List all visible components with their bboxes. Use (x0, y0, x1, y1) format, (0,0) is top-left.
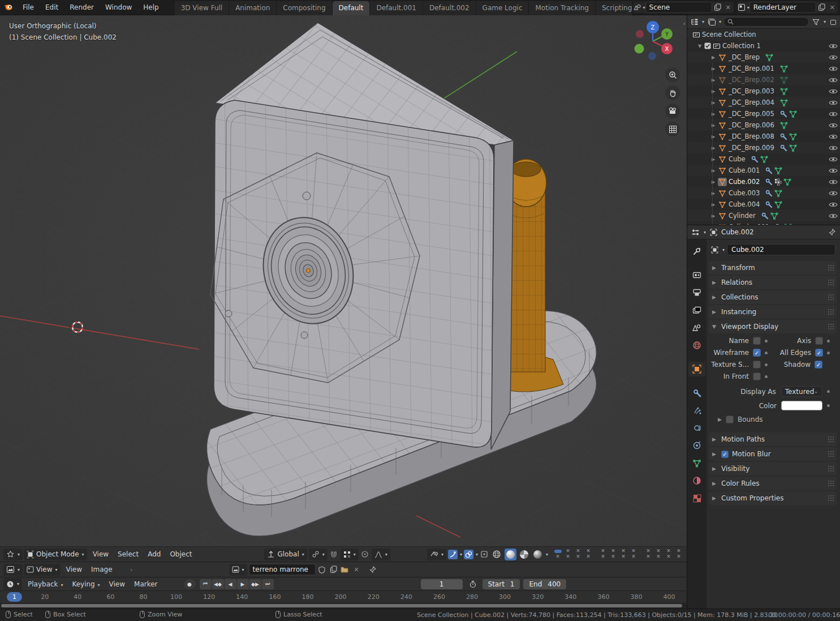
panel-instancing[interactable]: ▶Instancing (709, 305, 837, 319)
menu-file[interactable]: File (17, 2, 40, 13)
in-front-checkbox[interactable] (753, 372, 761, 380)
workspace-tab-motion-tracking[interactable]: Motion Tracking (529, 1, 595, 15)
hide-viewport-eye-icon[interactable] (829, 202, 838, 208)
tab-render[interactable] (688, 268, 705, 282)
hide-viewport-eye-icon[interactable] (829, 100, 838, 106)
shadow-checkbox[interactable] (815, 361, 822, 369)
hide-viewport-eye-icon[interactable] (829, 145, 838, 151)
timeline-menu-view[interactable]: View (105, 579, 130, 590)
tab-object[interactable] (688, 362, 705, 376)
tab-view-layer[interactable] (688, 303, 705, 318)
outliner-row-cube-002[interactable]: ▶Cube.002 (687, 176, 840, 187)
jump-to-start-button[interactable]: ⏮ (200, 579, 212, 589)
menu-edit[interactable]: Edit (40, 2, 64, 13)
outliner-row--dc-brep-003[interactable]: ▶_DC_Brep.003 (687, 85, 840, 97)
camera-view-button[interactable] (665, 104, 680, 118)
object-icon[interactable] (710, 245, 720, 255)
collection-toggle-10[interactable]: ✕✕ (654, 549, 663, 560)
sidebar-collapse-icon[interactable]: ‹ (683, 20, 686, 27)
drag-handle-icon[interactable] (828, 451, 834, 457)
object-color-swatch[interactable] (781, 401, 822, 410)
outliner-search-input[interactable] (723, 17, 809, 27)
scene-selector[interactable]: ▾ Scene ✕ (633, 2, 734, 13)
disclosure-icon[interactable]: ▶ (710, 123, 716, 128)
new-collection-icon[interactable] (828, 17, 838, 27)
panel-transform[interactable]: ▶Transform (709, 261, 837, 275)
hide-viewport-eye-icon[interactable] (829, 77, 838, 83)
drag-handle-icon[interactable] (828, 495, 834, 502)
unlink-scene-icon[interactable]: ✕ (723, 4, 734, 11)
collection-toggle-5[interactable]: ✕✕ (598, 549, 608, 560)
texture-space-checkbox[interactable] (753, 361, 761, 369)
new-scene-icon[interactable] (712, 3, 723, 11)
bounds-checkbox[interactable] (726, 416, 734, 423)
editor-type-button[interactable]: ▾ (3, 549, 23, 560)
panel-color-rules[interactable]: ▶Color Rules (709, 477, 837, 490)
viewport-menu-object[interactable]: Object (165, 549, 196, 560)
outliner-row-cube[interactable]: ▶Cube (687, 153, 840, 165)
outliner-row--dc-brep-005[interactable]: ▶_DC_Brep.005 (687, 108, 840, 119)
drag-handle-icon[interactable] (828, 323, 834, 330)
image-menu-view[interactable]: View (62, 564, 87, 575)
timeline-editor-type-button[interactable]: ▾ (3, 578, 22, 590)
current-frame-field[interactable]: 1 (421, 579, 463, 589)
timeline-menu-keying[interactable]: Keying ▾ (67, 579, 104, 590)
outliner-row-cube-004[interactable]: ▶Cube.004 (687, 199, 840, 210)
shading-solid-button[interactable] (505, 549, 516, 560)
hide-viewport-eye-icon[interactable] (829, 122, 838, 129)
outliner-row--dc-brep[interactable]: ▶_DC_Brep (687, 52, 840, 63)
toggle-ortho-button[interactable] (665, 122, 680, 136)
fake-user-shield-icon[interactable] (317, 565, 327, 575)
workspace-tab-game-logic[interactable]: Game Logic (476, 1, 529, 15)
drag-handle-icon[interactable] (828, 294, 834, 301)
image-browse-button[interactable]: ▾ (229, 564, 247, 576)
disclosure-icon[interactable]: ▶ (710, 157, 716, 162)
image-menu-image[interactable]: Image (87, 564, 117, 575)
hide-viewport-eye-icon[interactable] (829, 66, 838, 72)
collection-toggle-3[interactable]: ✕✕ (574, 549, 583, 560)
pivot-point-selector[interactable]: ▾ (309, 549, 328, 560)
gizmos-toggle[interactable] (448, 550, 458, 559)
frame-start-field[interactable]: Start1 (483, 579, 520, 589)
outliner-row--dc-brep-004[interactable]: ▶_DC_Brep.004 (687, 97, 840, 108)
all-edges-checkbox[interactable] (815, 349, 823, 357)
snap-settings-selector[interactable]: ▾ (341, 549, 359, 560)
hide-viewport-eye-icon[interactable] (829, 111, 838, 117)
snap-magnet-icon[interactable] (329, 550, 339, 559)
show-visibility-selector[interactable]: ▾ (427, 549, 446, 560)
tab-material[interactable] (688, 473, 705, 488)
outliner-row-collection-1[interactable]: ▼Collection 1 (687, 40, 840, 52)
shading-wireframe-button[interactable] (491, 549, 503, 560)
disclosure-icon[interactable]: ▶ (710, 168, 716, 173)
tab-output[interactable] (688, 285, 705, 300)
panel-motion-paths[interactable]: ▶Motion Paths (709, 432, 837, 446)
tab-particles[interactable] (688, 403, 705, 418)
pin-icon[interactable] (368, 565, 378, 575)
drag-handle-icon[interactable] (828, 264, 834, 271)
collection-toggle-9[interactable]: ✕✕ (644, 549, 653, 560)
outliner-row--dc-brep-002[interactable]: ▶_DC_Brep.002 (687, 74, 840, 85)
workspace-tab-scripting[interactable]: Scripting (596, 1, 632, 15)
outliner-row-cylinder-001[interactable]: ▶Cylinder.001 (687, 221, 840, 225)
image-editor-mode-selector[interactable]: View ▾ (24, 564, 61, 576)
collection-toggle-6[interactable]: ✕✕ (609, 549, 618, 560)
open-image-folder-icon[interactable] (340, 565, 350, 575)
hide-viewport-eye-icon[interactable] (829, 88, 838, 95)
3d-viewport[interactable]: User Orthographic (Local) (1) Scene Coll… (0, 15, 687, 562)
wireframe-checkbox[interactable] (753, 349, 761, 357)
hide-viewport-eye-icon[interactable] (829, 43, 838, 49)
view-layer-name-field[interactable]: RenderLayer (749, 2, 816, 13)
proportional-falloff-selector[interactable]: ▾ (372, 549, 390, 560)
panel-viewport-display[interactable]: ▼Viewport Display (709, 320, 837, 333)
outliner-display-mode-button[interactable] (707, 17, 716, 27)
disclosure-icon[interactable]: ▶ (710, 66, 716, 71)
hide-viewport-eye-icon[interactable] (829, 156, 838, 162)
drag-handle-icon[interactable] (828, 309, 834, 315)
disclosure-icon[interactable]: ▶ (710, 89, 716, 94)
drag-handle-icon[interactable] (828, 436, 834, 443)
tab-physics[interactable] (688, 421, 705, 435)
next-keyframe-button[interactable]: ◆▶ (249, 579, 261, 589)
viewport-menu-view[interactable]: View (88, 549, 113, 560)
workspace-tab-default[interactable]: Default (333, 1, 371, 15)
outliner-row--dc-brep-008[interactable]: ▶_DC_Brep.008 (687, 131, 840, 142)
